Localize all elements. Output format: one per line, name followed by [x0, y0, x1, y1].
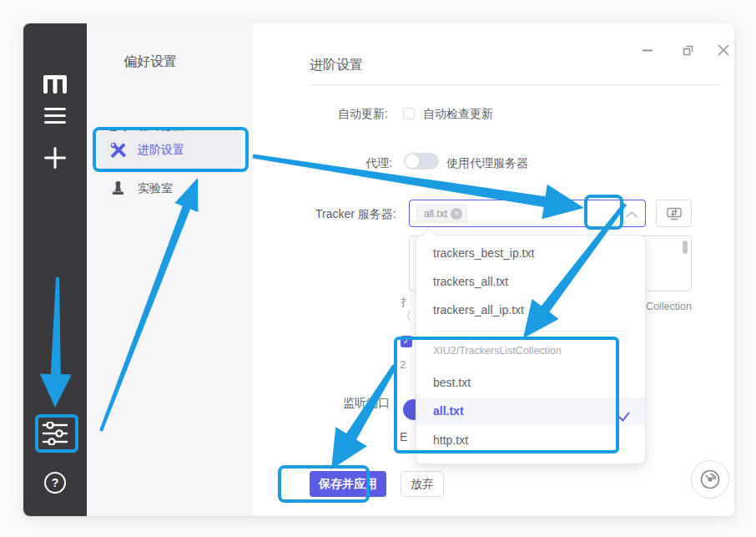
page-title: 进阶设置 [310, 57, 363, 74]
main-content: 进阶设置 自动更新: 自动检查更新 代理: 使用代理服务器 Tracker 服务… [253, 23, 734, 516]
listen-port-label: 监听端口 [343, 396, 390, 411]
question-glyph: ? [52, 476, 59, 489]
toggle-knob [406, 155, 419, 168]
motrix-logo-icon [43, 75, 67, 94]
sync-tracker-button[interactable] [656, 200, 692, 227]
dropdown-divider [433, 331, 630, 332]
task-list-icon[interactable] [23, 102, 87, 130]
helper-fragment-2: 〈 [401, 309, 411, 324]
add-task-icon[interactable] [23, 144, 87, 172]
sidebar-item-label: 实验室 [138, 181, 173, 196]
screenshot-root: { "colors": { "accent_purple": "#5a5be0"… [0, 0, 756, 537]
chevron-up-icon[interactable] [625, 208, 638, 221]
dropdown-item[interactable]: trackers_all_ip.txt [416, 296, 645, 323]
auto-sync-checkbox-fragment[interactable]: ✓ [401, 336, 412, 347]
tag-close-icon[interactable]: × [451, 208, 462, 220]
letter-fragment: E [400, 430, 407, 443]
dropdown-item[interactable]: trackers_all.txt [416, 268, 645, 295]
proxy-label: 代理: [365, 156, 392, 171]
title-divider [310, 84, 720, 85]
check-icon [618, 405, 630, 417]
help-icon[interactable]: ? [23, 469, 87, 497]
dropdown-item[interactable]: best.txt [416, 369, 645, 396]
tracker-server-select[interactable]: all.txt × [409, 200, 646, 227]
speed-limit-button[interactable] [691, 460, 729, 499]
auto-update-label: 自动更新: [338, 107, 388, 122]
dropdown-item[interactable]: http.txt [416, 427, 645, 453]
sidebar-item-advanced-settings[interactable]: 进阶设置 [98, 131, 241, 169]
auto-update-checkbox[interactable] [403, 108, 415, 119]
dropdown-item-selected[interactable]: all.txt [416, 398, 645, 425]
tag-label: all.txt [424, 208, 447, 220]
helper-fragment-1: 扌 [401, 295, 411, 310]
save-apply-button[interactable]: 保存并应用 [310, 471, 386, 497]
preferences-title: 偏好设置 [123, 53, 177, 71]
proxy-toggle[interactable] [404, 153, 439, 170]
minimize-button[interactable] [639, 42, 656, 58]
tools-icon [110, 142, 126, 158]
tracker-server-label: Tracker 服务器: [315, 207, 396, 222]
motrix-logo-icon [23, 70, 87, 99]
preferences-panel: 偏好设置 基础设置 [87, 23, 253, 516]
textarea-scrollbar-thumb[interactable] [683, 241, 688, 254]
close-button[interactable] [713, 42, 734, 58]
sync-tracker-icon [667, 207, 682, 220]
discard-button[interactable]: 放弃 [401, 471, 444, 497]
tracker-dropdown: trackers_best_ip.txt trackers_all.txt tr… [416, 235, 646, 464]
dropdown-group-label: XIU2/TrackersListCollection [433, 343, 562, 358]
helper-text-fragment: Collection [646, 301, 692, 312]
speedometer-icon [699, 469, 721, 490]
sidebar-item-lab[interactable]: 实验室 [98, 170, 241, 207]
selected-tag: all.txt × [416, 205, 467, 222]
proxy-toggle-label: 使用代理服务器 [446, 156, 528, 171]
maximize-button[interactable] [679, 42, 696, 58]
sidebar-item-label: 进阶设置 [138, 143, 184, 158]
lab-stamp-icon [110, 180, 126, 196]
app-window: ? 偏好设置 基础设置 [23, 23, 734, 516]
auto-update-checkbox-label[interactable]: 自动检查更新 [423, 107, 493, 122]
app-sidebar: ? [23, 23, 87, 516]
dropdown-item[interactable]: trackers_best_ip.txt [416, 240, 645, 266]
sync-time-fragment: 2 [400, 358, 406, 371]
preferences-sliders-icon[interactable] [23, 419, 87, 448]
